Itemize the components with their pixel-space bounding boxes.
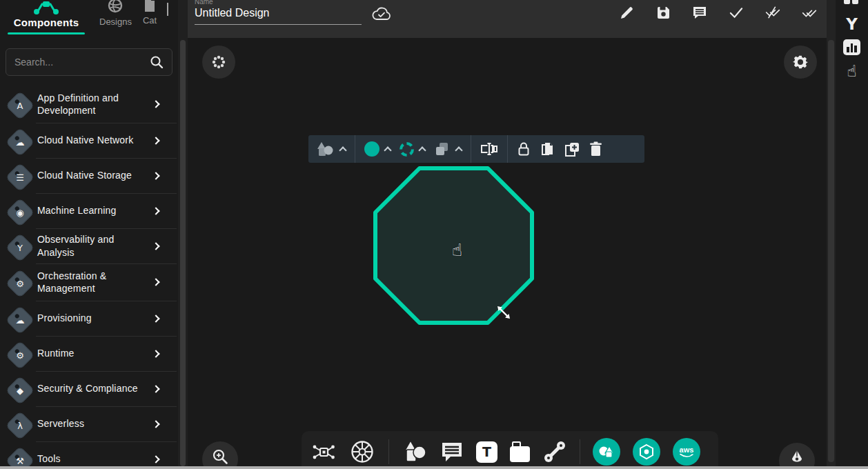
tab-components-label: Components [14, 17, 79, 28]
header-actions [619, 5, 836, 20]
sidebar-item-runtime[interactable]: ⚙ Runtime [0, 336, 178, 371]
validate-check-button[interactable] [729, 5, 744, 20]
chevron-right-icon [152, 315, 159, 322]
copy-add-button[interactable] [564, 141, 580, 157]
search-icon[interactable] [150, 55, 164, 69]
copy-icon [540, 141, 555, 157]
canvas-bottom-toolbar: T [302, 431, 718, 466]
sidebar-item-tools[interactable]: ⚒ Tools [0, 441, 178, 469]
pen-tool-button[interactable] [779, 443, 815, 466]
shapes-icon [402, 439, 428, 464]
hexagon-icon [638, 443, 655, 460]
shape-picker-button[interactable] [315, 141, 346, 157]
component-tool-button[interactable] [311, 439, 336, 464]
category-tag-icon: ◉ [6, 197, 34, 226]
sidebar-item-provisioning[interactable]: ☁ Provisioning [0, 301, 178, 336]
selection-toolbar [308, 135, 644, 163]
kubernetes-wheel-icon [348, 438, 376, 466]
chevron-up-icon [418, 146, 426, 154]
chevron-right-icon [152, 278, 159, 286]
octagon-shape-node[interactable] [373, 166, 535, 326]
comment-tool-button[interactable] [440, 441, 464, 463]
sidebar-item-observability[interactable]: Y Observability and Analysis [0, 228, 178, 263]
check-icon [729, 6, 744, 19]
design-name-input[interactable] [195, 6, 362, 25]
chevron-right-icon [152, 242, 159, 250]
pen-nib-icon [788, 449, 806, 466]
tab-catalog[interactable]: Cat [143, 0, 157, 26]
deploy-button[interactable] [802, 5, 817, 20]
chevron-right-icon [152, 420, 159, 428]
canvas-scrollbar[interactable] [827, 0, 836, 469]
shapes-tool-button[interactable] [402, 439, 428, 464]
text-tool-button[interactable]: T [476, 441, 497, 463]
tab-designs[interactable]: Designs [99, 0, 132, 27]
sidebar-scrollbar[interactable] [178, 0, 188, 469]
lock-button[interactable] [517, 141, 531, 157]
touch-interact-button[interactable]: ☝ [836, 62, 868, 80]
horizontal-scrollbar[interactable] [0, 466, 868, 469]
cloud-saved-icon [371, 6, 392, 21]
bar-chart-icon [843, 39, 860, 55]
tab-designs-label: Designs [99, 17, 132, 27]
sidebar-item-cloud-native-storage[interactable]: ☰ Cloud Native Storage [0, 158, 178, 193]
category-tag-icon: ◆ [6, 375, 34, 404]
sidebar-item-machine-learning[interactable]: ◉ Machine Learning [0, 193, 178, 228]
fill-color-button[interactable] [364, 141, 391, 157]
main-area: Name [188, 0, 836, 469]
chevron-right-icon [152, 207, 159, 214]
active-tab-underline [8, 32, 85, 34]
category-tag-icon: Y [6, 232, 34, 261]
component-search [6, 48, 172, 76]
design-header: Name [188, 0, 836, 38]
table-view-icon[interactable] [844, 0, 858, 4]
meshery-shapes-button[interactable] [593, 438, 620, 466]
canvas-freeze-button[interactable] [202, 46, 235, 79]
canvas-settings-button[interactable] [784, 46, 817, 79]
link-icon [542, 439, 567, 464]
comments-button[interactable] [692, 5, 707, 20]
chevron-up-icon [339, 146, 346, 154]
lock-icon [517, 141, 531, 157]
kubernetes-components-button[interactable] [633, 438, 660, 466]
category-tag-icon: ☁ [6, 305, 34, 334]
aws-components-button[interactable]: aws [673, 438, 700, 466]
save-button[interactable] [655, 5, 671, 20]
sidebar-tabs: Components Designs Cat [0, 0, 178, 39]
sidebar-item-app-definition[interactable]: A App Definition and Development [0, 86, 178, 123]
delete-button[interactable] [589, 141, 602, 157]
divider [471, 135, 471, 163]
tabs-scroll-right-button[interactable] [167, 4, 172, 17]
merge-tool-icon[interactable]: Y [836, 15, 868, 33]
trash-icon [589, 141, 602, 157]
sidebar-item-security-compliance[interactable]: ◆ Security & Compliance [0, 371, 178, 406]
double-check-crossed-icon [765, 5, 780, 20]
duplicate-button[interactable] [540, 141, 555, 157]
kubernetes-tool-button[interactable] [348, 438, 376, 466]
undeploy-button[interactable] [765, 5, 780, 20]
zoom-in-icon [211, 448, 229, 466]
divider [580, 439, 580, 464]
category-tag-icon: A [6, 91, 34, 120]
sidebar-item-orchestration[interactable]: ⚙ Orchestration & Management [0, 263, 178, 301]
design-canvas[interactable]: ☝ [188, 38, 827, 466]
dashboard-chart-button[interactable] [836, 39, 868, 55]
note-tool-button[interactable] [510, 444, 530, 462]
stroke-color-button[interactable] [400, 142, 425, 157]
search-input[interactable] [14, 57, 150, 68]
snowflake-icon [211, 54, 226, 70]
edit-button[interactable] [619, 5, 634, 20]
chevron-right-icon [152, 385, 159, 392]
rename-button[interactable] [480, 142, 498, 156]
sidebar-item-cloud-native-network[interactable]: ☁ Cloud Native Network [0, 123, 178, 158]
designs-icon [106, 0, 124, 15]
copy-plus-icon [564, 141, 580, 157]
tab-components[interactable]: Components [4, 0, 88, 34]
comment-icon [440, 441, 464, 463]
connection-tool-button[interactable] [542, 439, 567, 464]
aws-smile-icon [679, 453, 694, 458]
sidebar-item-serverless[interactable]: λ Serverless [0, 406, 178, 441]
zoom-button[interactable] [202, 441, 238, 466]
catalog-icon [143, 0, 157, 14]
layers-button[interactable] [434, 141, 462, 157]
